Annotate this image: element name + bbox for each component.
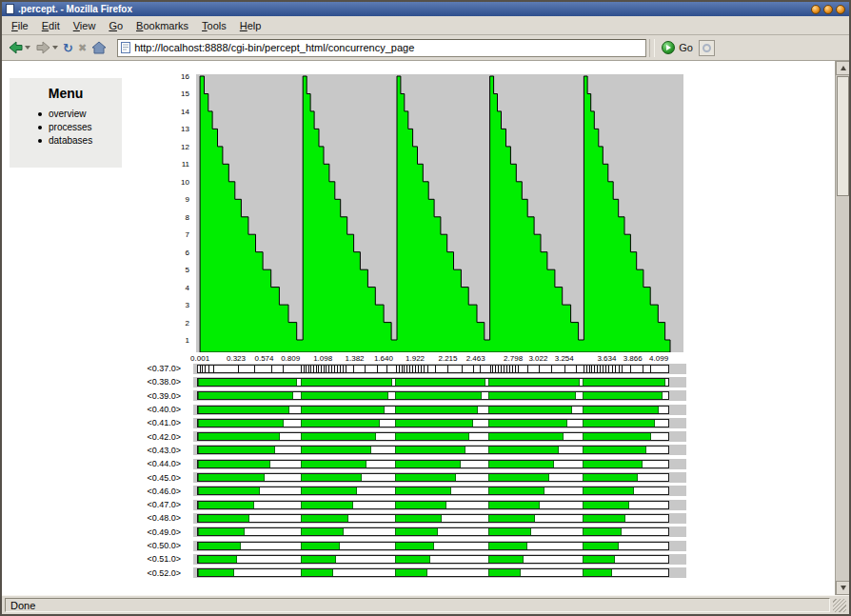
activity-tick <box>584 366 584 372</box>
process-track <box>193 541 686 551</box>
activity-segment <box>488 487 544 494</box>
process-activity-bar[interactable] <box>197 446 669 454</box>
process-row: <0.42.0> <box>4 429 704 443</box>
process-activity-bar[interactable] <box>197 378 669 387</box>
activity-segment <box>583 474 639 481</box>
process-activity-bar[interactable] <box>197 527 669 536</box>
process-activity-bar[interactable] <box>197 419 669 427</box>
throbber <box>699 40 715 56</box>
activity-segment <box>488 569 522 576</box>
activity-tick <box>406 366 407 372</box>
activity-tick <box>337 366 338 372</box>
url-input[interactable] <box>134 42 643 53</box>
process-label[interactable]: <0.51.0> <box>4 554 181 564</box>
activity-segment <box>395 433 469 440</box>
y-tick-label: 9 <box>157 195 189 204</box>
process-activity-bar[interactable] <box>197 406 669 414</box>
process-label[interactable]: <0.43.0> <box>4 446 181 455</box>
home-button[interactable] <box>89 37 109 59</box>
activity-segment <box>301 447 372 453</box>
process-label[interactable]: <0.39.0> <box>4 391 181 401</box>
menu-view[interactable]: View <box>67 18 103 33</box>
activity-tick <box>306 366 307 372</box>
concurrency-graph <box>196 74 683 352</box>
process-row: <0.39.0> <box>4 389 704 403</box>
process-activity-bar[interactable] <box>197 568 669 577</box>
resize-grip-icon[interactable] <box>833 599 846 612</box>
process-activity-bar[interactable] <box>197 365 669 373</box>
vertical-scrollbar[interactable] <box>835 61 849 595</box>
sidebar-link-overview[interactable]: overview <box>10 108 122 121</box>
maximize-button[interactable] <box>823 5 833 14</box>
process-label[interactable]: <0.38.0> <box>4 377 181 387</box>
process-label[interactable]: <0.44.0> <box>4 459 181 468</box>
process-activity-bar[interactable] <box>197 460 669 468</box>
urlbar <box>117 39 646 57</box>
close-button[interactable] <box>836 5 845 14</box>
activity-tick <box>208 366 209 372</box>
process-activity-bar[interactable] <box>197 487 669 495</box>
process-label[interactable]: <0.40.0> <box>4 405 181 414</box>
activity-segment <box>301 543 340 549</box>
activity-tick <box>608 366 609 372</box>
activity-segment <box>395 487 451 494</box>
activity-segment <box>395 515 442 522</box>
process-activity-bar[interactable] <box>197 501 669 509</box>
process-activity-bar[interactable] <box>197 514 669 523</box>
activity-tick <box>238 366 239 372</box>
sidebar-link-processes[interactable]: processes <box>10 121 122 134</box>
process-label[interactable]: <0.48.0> <box>4 513 181 523</box>
menu-go[interactable]: Go <box>102 18 129 33</box>
menu-bookmarks[interactable]: Bookmarks <box>129 18 195 33</box>
go-button[interactable]: Go <box>662 41 693 54</box>
process-row: <0.51.0> <box>4 552 704 566</box>
process-track <box>193 364 686 374</box>
process-activity-bar[interactable] <box>197 542 669 550</box>
y-tick-label: 14 <box>157 108 189 116</box>
process-row: <0.47.0> <box>4 498 704 511</box>
process-activity-bar[interactable] <box>197 391 669 400</box>
stop-button[interactable]: ✖ <box>76 37 89 59</box>
process-row: <0.44.0> <box>4 457 704 470</box>
scrollbar-thumb[interactable] <box>837 76 849 196</box>
activity-segment <box>198 543 241 549</box>
menu-edit[interactable]: Edit <box>35 18 67 33</box>
back-dropdown-caret[interactable] <box>25 46 30 50</box>
menu-file[interactable]: File <box>5 18 35 33</box>
activity-segment <box>583 487 634 494</box>
scroll-up-button[interactable] <box>836 61 849 75</box>
scroll-down-button[interactable] <box>836 581 849 595</box>
minimize-button[interactable] <box>811 5 821 14</box>
reload-button[interactable]: ↻ <box>61 37 75 59</box>
menu-help[interactable]: Help <box>233 18 268 33</box>
titlebar[interactable]: .percept. - Mozilla Firefox <box>2 2 849 16</box>
process-label[interactable]: <0.47.0> <box>4 500 181 509</box>
process-activity-bar[interactable] <box>197 555 669 564</box>
activity-tick <box>340 366 341 372</box>
process-label[interactable]: <0.41.0> <box>4 418 181 427</box>
process-label[interactable]: <0.45.0> <box>4 473 181 483</box>
process-label[interactable]: <0.50.0> <box>4 541 181 550</box>
activity-tick <box>619 366 620 372</box>
process-row: <0.38.0> <box>4 375 704 388</box>
activity-tick <box>643 366 643 372</box>
window-title: .percept. - Mozilla Firefox <box>18 4 808 14</box>
activity-tick <box>213 366 214 372</box>
process-label[interactable]: <0.46.0> <box>4 487 181 496</box>
process-label[interactable]: <0.37.0> <box>4 364 181 373</box>
process-activity-bar[interactable] <box>197 473 669 482</box>
activity-segment <box>301 433 377 440</box>
back-button[interactable] <box>6 37 32 59</box>
sidebar-link-databases[interactable]: databases <box>10 134 122 148</box>
process-track <box>193 418 686 428</box>
process-label[interactable]: <0.49.0> <box>4 527 181 537</box>
activity-tick <box>377 366 378 372</box>
forward-dropdown-caret[interactable] <box>52 46 58 50</box>
page-content: Menu overviewprocessesdatabases 12345678… <box>2 61 849 595</box>
menu-tools[interactable]: Tools <box>195 18 233 33</box>
process-track <box>193 500 686 510</box>
forward-button[interactable] <box>33 37 60 59</box>
process-label[interactable]: <0.52.0> <box>4 568 181 578</box>
process-activity-bar[interactable] <box>197 432 669 441</box>
process-label[interactable]: <0.42.0> <box>4 432 181 442</box>
